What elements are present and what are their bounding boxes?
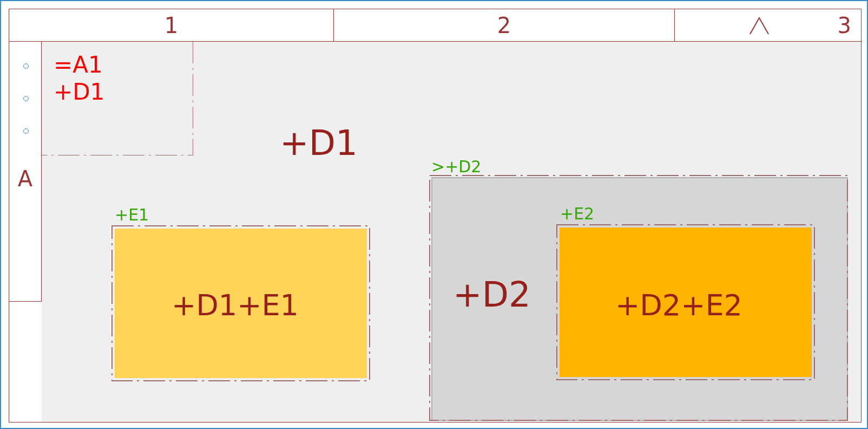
- row-margin: A: [9, 42, 42, 423]
- header-col-1-label: 1: [165, 13, 178, 38]
- handle-dot-icon[interactable]: [23, 63, 29, 69]
- header-col-1: 1: [9, 9, 334, 42]
- handle-dot-icon[interactable]: [23, 128, 29, 134]
- area-d2-tag: >+D2: [431, 157, 481, 176]
- caret-up-icon: [746, 15, 773, 36]
- area-e1-tag: +E1: [115, 205, 149, 224]
- drawing-frame: 1 2 3 A =A1 +D1 +D1 +E1: [9, 9, 862, 422]
- area-d2-label: +D2: [453, 275, 531, 315]
- area-e2-text: +D2+E2: [615, 288, 742, 322]
- area-d1-label: +D1: [280, 123, 358, 163]
- header-col-3: 3: [675, 9, 862, 42]
- area-e2-tag: +E2: [560, 204, 594, 223]
- sheet-func-label: =A1: [54, 53, 103, 77]
- canvas: 1 2 3 A =A1 +D1 +D1 +E1: [0, 0, 868, 429]
- handle-dot-icon[interactable]: [23, 96, 29, 101]
- drawing-area[interactable]: =A1 +D1 +D1 +E1 +D1+E1 >+D2 +D2 +E2: [42, 42, 861, 422]
- header-col-2-label: 2: [497, 13, 511, 38]
- row-a-cell: A: [9, 42, 42, 302]
- row-a-label: A: [18, 166, 32, 191]
- area-e1-text: +D1+E1: [172, 288, 299, 322]
- sheet-loc-label: +D1: [54, 80, 104, 105]
- header-col-2: 2: [334, 9, 675, 42]
- header-col-3-label: 3: [838, 13, 851, 38]
